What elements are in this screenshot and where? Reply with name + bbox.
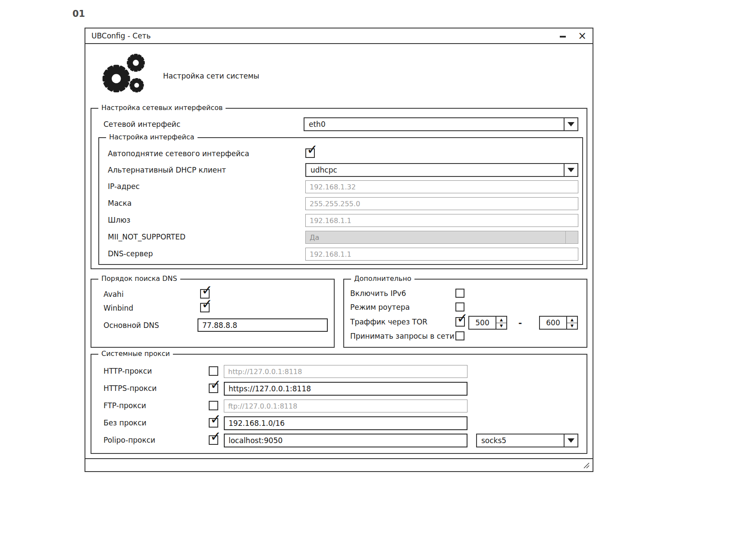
accept-requests-checkbox[interactable] [455,331,464,340]
checkmark-icon: ✓ [210,430,221,443]
polipo-proxy-checkbox[interactable]: ✓ [209,435,218,445]
dhcp-client-select[interactable]: udhcpc [305,163,578,177]
tor-port-to-value: 600 [540,317,566,329]
dropdown-arrow-icon [568,168,574,172]
group-network-interfaces-legend: Настройка сетевых интерфейсов [98,104,226,112]
https-proxy-checkbox[interactable]: ✓ [209,384,218,393]
ipv6-checkbox[interactable] [455,289,464,298]
polipo-proxy-input[interactable] [224,434,467,447]
http-proxy-input[interactable] [224,365,467,378]
mii-value: Да [310,233,319,242]
dns-server-input[interactable] [305,248,578,261]
ubconfig-window: UBConfig - Сеть × [85,28,593,472]
tor-port-to-buttons[interactable]: ▲ ▼ [566,317,577,329]
socks-select[interactable]: socks5 [476,434,578,447]
group-dns-order-legend: Порядок поиска DNS [98,274,180,283]
gateway-label: Шлюз [108,216,130,224]
spinner-down-icon[interactable]: ▼ [567,323,577,329]
port-range-separator: - [518,318,522,328]
primary-dns-input[interactable] [198,318,328,332]
avahi-label: Avahi [104,290,124,299]
socks-select-value: socks5 [477,434,564,447]
group-additional: Дополнительно Включить IPv6 Режим роутер… [343,279,587,348]
ftp-proxy-label: FTP-прокси [104,401,146,410]
group-additional-legend: Дополнительно [351,274,414,283]
checkmark-icon: ✓ [210,412,221,426]
auto-up-label: Автоподнятие сетевого интерфейса [108,149,249,158]
ip-label: IP-адрес [108,182,140,191]
interface-select[interactable]: eth0 [304,117,578,131]
no-proxy-label: Без прокси [104,419,147,427]
no-proxy-checkbox[interactable]: ✓ [209,418,218,428]
ip-input[interactable] [305,180,578,193]
window-title: UBConfig - Сеть [91,31,151,40]
checkmark-icon: ✓ [307,143,318,156]
mask-label: Маска [108,199,132,208]
group-interface-settings: Настройка интерфейса Автоподнятие сетево… [98,137,583,265]
minimize-icon [560,36,566,38]
accept-requests-label: Принимать запросы в сети [350,332,454,340]
tor-traffic-label: Траффик через TOR [350,318,427,326]
page-number: 01 [72,9,85,19]
group-system-proxies-legend: Системные прокси [98,349,173,358]
dhcp-client-select-value: udhcpc [306,164,564,176]
primary-dns-label: Основной DNS [104,321,159,330]
tor-port-to-spinner[interactable]: 600 ▲ ▼ [539,316,578,330]
group-dns-order: Порядок поиска DNS Avahi ✓ Winbind ✓ Осн… [91,279,335,348]
https-proxy-input[interactable] [224,382,467,396]
resize-grip-icon[interactable] [582,461,590,469]
mii-label: MII_NOT_SUPPORTED [108,233,185,241]
winbind-checkbox[interactable]: ✓ [200,303,210,312]
ipv6-label: Включить IPv6 [350,289,406,298]
dropdown-arrow-icon [568,122,574,126]
no-proxy-input[interactable] [224,416,467,430]
spinner-up-icon[interactable]: ▲ [567,317,577,323]
dropdown-arrow-icon [568,438,574,443]
window-controls: × [559,32,587,40]
mii-field-disabled: Да [305,231,578,244]
polipo-proxy-label: Polipo-прокси [104,436,155,444]
checkmark-icon: ✓ [201,297,213,311]
https-proxy-label: HTTPS-прокси [104,384,157,393]
auto-up-checkbox[interactable]: ✓ [305,148,315,158]
tor-port-from-spinner[interactable]: 500 ▲ ▼ [468,316,507,330]
spinner-down-icon[interactable]: ▼ [496,323,506,329]
gateway-input[interactable] [305,214,578,227]
tor-port-from-buttons[interactable]: ▲ ▼ [496,317,506,329]
socks-select-button[interactable] [564,434,577,447]
checkmark-icon: ✓ [201,283,213,297]
group-network-interfaces: Настройка сетевых интерфейсов Сетевой ин… [91,108,587,269]
group-system-proxies: Системные прокси HTTP-прокси HTTPS-прокс… [91,354,587,454]
page: 01 UBConfig - Сеть × [0,0,756,535]
ftp-proxy-checkbox[interactable] [209,401,218,410]
http-proxy-checkbox[interactable] [209,366,218,376]
ftp-proxy-input[interactable] [224,400,467,412]
close-icon: × [578,30,587,42]
group-interface-settings-legend: Настройка интерфейса [106,133,198,141]
checkmark-icon: ✓ [457,312,468,325]
mask-input[interactable] [305,197,578,210]
interface-select-button[interactable] [564,118,577,130]
dhcp-client-label: Альтернативный DHCP клиент [108,166,226,174]
dns-server-label: DNS-сервер [108,249,153,258]
interface-label: Сетевой интерфейс [104,120,180,129]
avahi-checkbox[interactable]: ✓ [200,289,210,299]
router-mode-label: Режим роутера [350,303,410,312]
tor-traffic-checkbox[interactable]: ✓ [455,317,465,327]
window-subtitle: Настройка сети системы [163,72,259,80]
interface-select-value: eth0 [304,118,564,130]
minimize-button[interactable] [559,32,567,40]
gears-icon [101,53,147,97]
checkmark-icon: ✓ [210,378,221,391]
statusbar [85,458,593,471]
dhcp-client-select-button[interactable] [564,164,577,176]
titlebar: UBConfig - Сеть × [85,28,593,44]
disabled-dropdown-divider [565,231,566,243]
winbind-label: Winbind [104,304,133,312]
router-mode-checkbox[interactable] [455,302,464,312]
http-proxy-label: HTTP-прокси [104,367,152,375]
spinner-up-icon[interactable]: ▲ [496,317,506,323]
tor-port-from-value: 500 [469,317,496,329]
close-button[interactable]: × [578,32,587,40]
